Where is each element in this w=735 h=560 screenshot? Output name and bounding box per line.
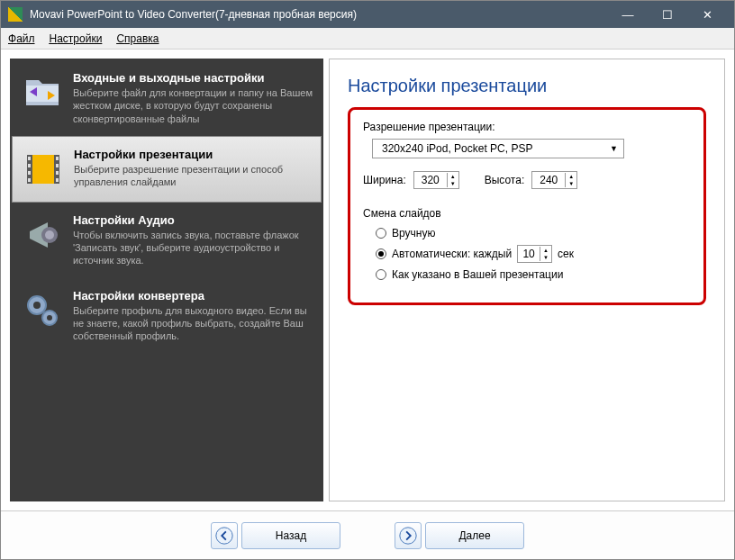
radio-asis-label: Как указано в Вашей презентации xyxy=(392,268,563,281)
app-window: Movavi PowerPoint to Video Converter(7-д… xyxy=(0,0,735,560)
folder-icon xyxy=(21,71,64,114)
svg-rect-3 xyxy=(28,164,31,167)
width-stepper[interactable]: ▲▼ xyxy=(413,171,459,189)
interval-stepper[interactable]: ▲▼ xyxy=(517,245,552,263)
panel-title: Настройки презентации xyxy=(348,76,706,96)
svg-rect-7 xyxy=(56,164,59,167)
spin-down-icon[interactable]: ▼ xyxy=(566,180,576,187)
sidebar-item-title: Настройки конвертера xyxy=(73,289,313,303)
minimize-button[interactable]: — xyxy=(608,1,648,28)
svg-rect-1 xyxy=(32,155,54,184)
sidebar-item-io[interactable]: Входные и выходные настройки Выберите фа… xyxy=(12,60,322,136)
svg-rect-5 xyxy=(28,178,31,182)
chevron-down-icon: ▼ xyxy=(610,144,618,153)
radio-manual[interactable]: Вручную xyxy=(376,227,691,239)
svg-point-16 xyxy=(216,527,232,543)
back-arrow-button[interactable] xyxy=(211,522,238,549)
arrow-left-icon xyxy=(214,526,234,546)
radio-icon xyxy=(376,228,386,239)
svg-rect-2 xyxy=(28,157,31,160)
svg-point-11 xyxy=(45,230,54,239)
footer: Назад Далее xyxy=(1,510,734,559)
svg-point-17 xyxy=(400,527,416,543)
next-button[interactable]: Далее xyxy=(425,522,524,549)
sidebar-item-desc: Выберите разрешение презентации и способ… xyxy=(74,163,312,189)
arrow-right-icon xyxy=(398,526,418,546)
interval-input[interactable] xyxy=(518,248,540,260)
sidebar-item-converter[interactable]: Настройки конвертера Выберите профиль дл… xyxy=(12,278,322,354)
filmstrip-icon xyxy=(22,148,65,191)
height-stepper[interactable]: ▲▼ xyxy=(531,171,577,189)
settings-panel: Настройки презентации Разрешение презент… xyxy=(329,59,725,501)
close-button[interactable]: ✕ xyxy=(687,1,727,28)
spin-up-icon[interactable]: ▲ xyxy=(448,173,458,180)
svg-rect-4 xyxy=(28,171,31,175)
sidebar-item-desc: Чтобы включить запись звука, поставьте ф… xyxy=(73,229,313,267)
radio-icon xyxy=(376,248,386,259)
sidebar-item-title: Настройки Аудио xyxy=(73,213,313,227)
svg-point-15 xyxy=(47,315,52,321)
spin-up-icon[interactable]: ▲ xyxy=(566,173,576,180)
slides-group-label: Смена слайдов xyxy=(363,207,691,220)
svg-rect-8 xyxy=(56,171,59,175)
resolution-select[interactable]: 320x240 iPod, Pocket PC, PSP ▼ xyxy=(372,139,624,158)
svg-rect-9 xyxy=(56,178,59,182)
sidebar-item-audio[interactable]: Настройки Аудио Чтобы включить запись зв… xyxy=(12,203,322,278)
sidebar-item-title: Входные и выходные настройки xyxy=(73,71,313,85)
radio-auto-suffix: сек xyxy=(558,248,574,260)
menubar: Файл Настройки Справка xyxy=(1,28,734,50)
menu-settings[interactable]: Настройки xyxy=(50,32,103,45)
radio-auto[interactable]: Автоматически: каждый ▲▼ сек xyxy=(376,245,691,263)
spin-up-icon[interactable]: ▲ xyxy=(540,247,551,254)
gears-icon xyxy=(21,289,64,332)
highlighted-settings: Разрешение презентации: 320x240 iPod, Po… xyxy=(348,107,706,305)
sidebar-item-title: Настройки презентации xyxy=(74,148,312,161)
radio-manual-label: Вручную xyxy=(392,227,435,239)
radio-icon xyxy=(376,269,386,280)
sidebar-item-desc: Выберите файл для конвертации и папку на… xyxy=(73,86,313,125)
window-title: Movavi PowerPoint to Video Converter(7-д… xyxy=(30,8,357,21)
width-label: Ширина: xyxy=(363,174,406,186)
height-label: Высота: xyxy=(485,174,525,186)
svg-point-13 xyxy=(33,302,41,309)
radio-auto-prefix: Автоматически: каждый xyxy=(392,248,512,260)
sidebar-item-presentation[interactable]: Настройки презентации Выберите разрешени… xyxy=(12,136,322,203)
maximize-button[interactable]: ☐ xyxy=(648,1,687,28)
resolution-value: 320x240 iPod, Pocket PC, PSP xyxy=(382,142,532,155)
spin-down-icon[interactable]: ▼ xyxy=(448,180,458,187)
spin-down-icon[interactable]: ▼ xyxy=(540,254,551,261)
sidebar-item-desc: Выберите профиль для выходного видео. Ес… xyxy=(73,304,313,343)
app-icon xyxy=(8,7,23,22)
menu-file[interactable]: Файл xyxy=(8,32,35,45)
resolution-label: Разрешение презентации: xyxy=(363,121,691,133)
height-input[interactable] xyxy=(532,174,565,186)
back-button[interactable]: Назад xyxy=(241,522,340,549)
radio-asis[interactable]: Как указано в Вашей презентации xyxy=(376,268,691,281)
width-input[interactable] xyxy=(414,174,447,186)
titlebar[interactable]: Movavi PowerPoint to Video Converter(7-д… xyxy=(1,1,734,28)
sidebar: Входные и выходные настройки Выберите фа… xyxy=(10,59,323,501)
megaphone-icon xyxy=(21,213,64,257)
svg-rect-6 xyxy=(56,157,59,160)
menu-help[interactable]: Справка xyxy=(116,32,159,45)
content-area: Входные и выходные настройки Выберите фа… xyxy=(1,50,734,510)
next-arrow-button[interactable] xyxy=(395,522,422,549)
